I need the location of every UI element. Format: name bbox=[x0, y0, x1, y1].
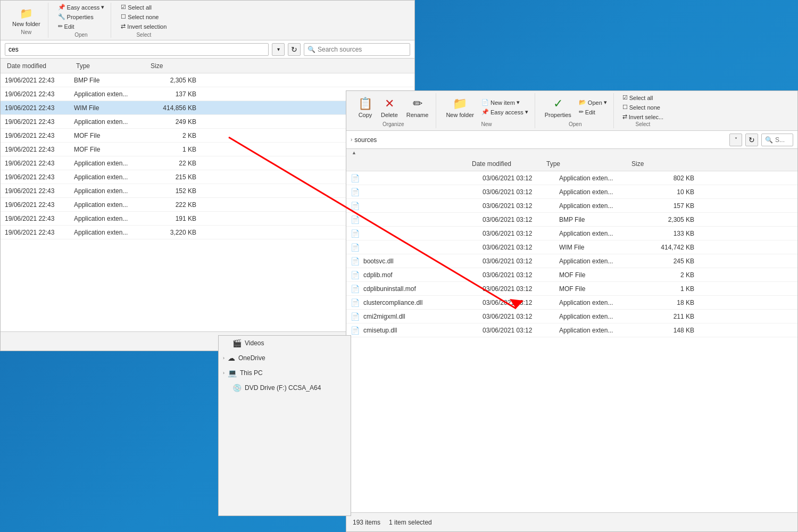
new-folder-button-right[interactable]: 📁 New folder bbox=[443, 93, 477, 121]
right-file-row[interactable]: 📄 cmi2migxml.dll 03/06/2021 03:12 Applic… bbox=[346, 310, 797, 323]
file-type: Application exten... bbox=[74, 160, 148, 167]
right-file-row[interactable]: 📄 03/06/2021 03:12 Application exten... … bbox=[346, 185, 797, 199]
file-size: 2 KB bbox=[148, 132, 196, 139]
edit-button-right[interactable]: ✏ Edit bbox=[577, 107, 609, 117]
file-icon: 📄 bbox=[351, 285, 361, 293]
right-search-input[interactable] bbox=[775, 136, 791, 144]
file-size: 414,856 KB bbox=[148, 104, 196, 112]
col-header-date-right[interactable]: Date modified bbox=[468, 160, 542, 168]
invert-label: Invert selection bbox=[127, 23, 167, 30]
new-small-btns: 📄 New item ▾ 📌 Easy access ▾ bbox=[479, 98, 530, 117]
breadcrumb-expand-icon[interactable]: › bbox=[351, 137, 352, 143]
left-search-input[interactable] bbox=[318, 46, 403, 53]
breadcrumb-dropdown[interactable]: ˅ bbox=[729, 134, 742, 146]
easy-access-button-right[interactable]: 📌 Easy access ▾ bbox=[479, 107, 530, 117]
sort-asc-icon[interactable]: ▲ bbox=[351, 149, 358, 156]
invert-selection-button-right[interactable]: ⇄ Invert selec... bbox=[620, 112, 666, 121]
right-file-row[interactable]: 📄 03/06/2021 03:12 Application exten... … bbox=[346, 199, 797, 213]
file-date: 03/06/2021 03:12 bbox=[483, 299, 557, 306]
right-file-row[interactable]: 📄 cdplibuninstall.mof 03/06/2021 03:12 M… bbox=[346, 282, 797, 296]
right-file-row[interactable]: 📄 bootsvc.dll 03/06/2021 03:12 Applicati… bbox=[346, 254, 797, 268]
open-arrow: ▾ bbox=[604, 99, 607, 106]
col-header-date[interactable]: Date modified bbox=[5, 62, 74, 70]
file-date: 03/06/2021 03:12 bbox=[483, 174, 557, 182]
new-folder-icon-right: 📁 bbox=[453, 97, 467, 111]
file-icon: 📄 bbox=[351, 257, 361, 265]
easy-access-label-right: Easy access bbox=[491, 109, 523, 115]
col-header-size-right[interactable]: Size bbox=[627, 160, 675, 168]
sidebar-item[interactable]: 💿 DVD Drive (F:) CCSA_A64 bbox=[219, 380, 351, 395]
file-date: 19/06/2021 22:43 bbox=[5, 90, 74, 98]
file-size: 1 KB bbox=[646, 285, 694, 293]
select-none-icon: ☐ bbox=[121, 13, 126, 20]
delete-button[interactable]: ✕ Delete bbox=[378, 93, 401, 121]
file-type: MOF File bbox=[74, 132, 148, 139]
file-size: 211 KB bbox=[646, 313, 694, 320]
left-column-headers: Date modified Type Size bbox=[1, 59, 414, 73]
left-address-input[interactable] bbox=[5, 43, 269, 56]
file-date: 03/06/2021 03:12 bbox=[483, 230, 557, 237]
easy-access-label: Easy access bbox=[67, 4, 100, 11]
sidebar-item[interactable]: › ☁ OneDrive bbox=[219, 351, 351, 365]
col-header-size[interactable]: Size bbox=[148, 62, 196, 70]
right-file-row[interactable]: 📄 03/06/2021 03:12 Application exten... … bbox=[346, 227, 797, 240]
address-dropdown-btn[interactable]: ▾ bbox=[272, 43, 285, 56]
new-folder-button[interactable]: 📁 New folder bbox=[9, 6, 44, 28]
right-file-row[interactable]: 📄 cmisetup.dll 03/06/2021 03:12 Applicat… bbox=[346, 323, 797, 337]
edit-button-left[interactable]: ✏ Edit bbox=[56, 22, 107, 31]
copy-button[interactable]: 📋 Copy bbox=[355, 93, 376, 121]
left-file-row[interactable]: 19/06/2021 22:43 BMP File 2,305 KB bbox=[1, 73, 414, 87]
right-file-row[interactable]: 📄 03/06/2021 03:12 WIM File 414,742 KB bbox=[346, 240, 797, 254]
right-file-row[interactable]: 📄 03/06/2021 03:12 Application exten... … bbox=[346, 171, 797, 185]
file-date: 19/06/2021 22:43 bbox=[5, 229, 74, 236]
breadcrumb-sources[interactable]: sources bbox=[354, 136, 377, 144]
file-size: 157 KB bbox=[646, 202, 694, 210]
select-all-button-left[interactable]: ☑ Select all bbox=[119, 3, 169, 12]
open-btns: ✓ Properties 📂 Open ▾ ✏ Edit bbox=[542, 93, 609, 121]
toolbar-group-select: ☑ Select all ☐ Select none ⇄ Invert sele… bbox=[114, 3, 173, 38]
delete-icon: ✕ bbox=[385, 97, 394, 111]
properties-button-right[interactable]: ✓ Properties bbox=[542, 93, 575, 121]
select-none-button-left[interactable]: ☐ Select none bbox=[119, 12, 169, 21]
easy-access-button[interactable]: 📌 Easy access ▾ bbox=[56, 3, 107, 12]
file-type: BMP File bbox=[559, 216, 644, 223]
refresh-button-right[interactable]: ↻ bbox=[745, 134, 758, 146]
refresh-button-left[interactable]: ↻ bbox=[288, 43, 301, 56]
sidebar-item-label: This PC bbox=[240, 369, 263, 377]
right-file-row[interactable]: 📄 cdplib.mof 03/06/2021 03:12 MOF File 2… bbox=[346, 268, 797, 282]
sidebar-item-icon: ☁ bbox=[228, 354, 235, 362]
file-type: WIM File bbox=[559, 244, 644, 251]
file-type: Application exten... bbox=[74, 118, 148, 126]
invert-icon-right: ⇄ bbox=[622, 113, 627, 120]
properties-button[interactable]: 🔧 Properties bbox=[56, 12, 107, 21]
file-type: Application exten... bbox=[559, 188, 644, 196]
select-none-button-right[interactable]: ☐ Select none bbox=[620, 103, 666, 112]
file-date: 19/06/2021 22:43 bbox=[5, 201, 74, 209]
sidebar-item[interactable]: › 💻 This PC bbox=[219, 365, 351, 380]
file-size: 152 KB bbox=[148, 187, 196, 195]
sidebar-item[interactable]: 🎬 Videos bbox=[219, 336, 351, 351]
edit-icon: ✏ bbox=[58, 23, 63, 30]
right-file-row[interactable]: 📄 clustercompliance.dll 03/06/2021 03:12… bbox=[346, 296, 797, 310]
file-size: 133 KB bbox=[646, 230, 694, 237]
select-all-icon-right: ☑ bbox=[622, 94, 628, 101]
right-file-list: 📄 03/06/2021 03:12 Application exten... … bbox=[346, 171, 797, 521]
right-file-row[interactable]: 📄 03/06/2021 03:12 BMP File 2,305 KB bbox=[346, 213, 797, 227]
col-header-type-right[interactable]: Type bbox=[542, 160, 627, 168]
open-small-btns: 📂 Open ▾ ✏ Edit bbox=[577, 98, 609, 117]
new-item-button[interactable]: 📄 New item ▾ bbox=[479, 98, 530, 107]
select-all-button-right[interactable]: ☑ Select all bbox=[620, 93, 666, 102]
file-type: MOF File bbox=[559, 285, 644, 293]
file-type: Application exten... bbox=[74, 90, 148, 98]
open-button-right[interactable]: 📂 Open ▾ bbox=[577, 98, 609, 107]
file-type: BMP File bbox=[74, 77, 148, 84]
rename-button[interactable]: ✏ Rename bbox=[403, 93, 432, 121]
select-none-label: Select none bbox=[128, 14, 159, 20]
invert-selection-button-left[interactable]: ⇄ Invert selection bbox=[119, 22, 169, 31]
file-icon: 📄 bbox=[351, 215, 361, 224]
right-column-headers: Date modified Type Size bbox=[346, 156, 797, 171]
file-date: 03/06/2021 03:12 bbox=[483, 285, 557, 293]
sidebar-item-icon: 💻 bbox=[228, 369, 237, 377]
file-type: Application exten... bbox=[74, 215, 148, 222]
col-header-type[interactable]: Type bbox=[74, 62, 148, 70]
